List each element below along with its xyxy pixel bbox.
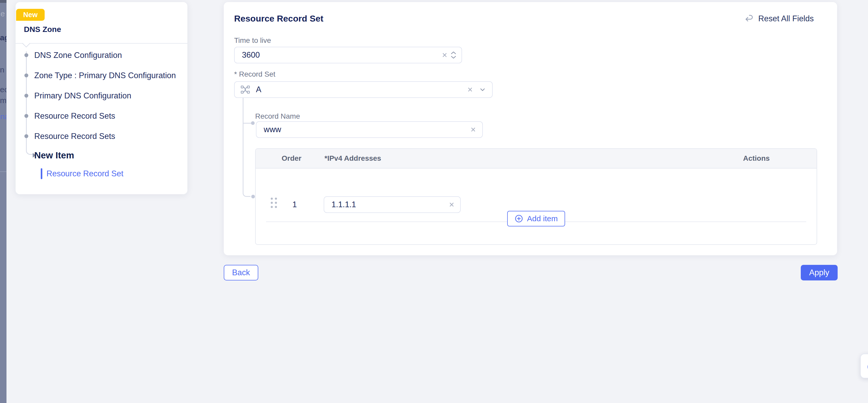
connector-dot <box>251 195 255 198</box>
form-title: Resource Record Set <box>234 13 323 24</box>
sidebar-item-resource-record-sets-1[interactable]: Resource Record Sets <box>34 112 115 121</box>
plus-circle-icon <box>515 214 523 223</box>
reset-all-fields-button[interactable]: Reset All Fields <box>745 14 814 23</box>
sidebar-item-resource-record-sets-2[interactable]: Resource Record Sets <box>34 132 115 141</box>
record-set-value[interactable] <box>250 82 466 97</box>
record-set-chevron-down-icon[interactable] <box>478 86 487 93</box>
record-set-label: * Record Set <box>234 70 275 79</box>
help-circle-icon <box>867 361 868 373</box>
ipv4-clear-icon[interactable] <box>448 201 456 209</box>
record-set-select[interactable] <box>234 81 493 98</box>
background-text-fragment: n l <box>0 65 6 74</box>
new-badge: New <box>16 9 44 21</box>
connector-dot <box>251 121 255 125</box>
connector-line-branch <box>243 123 251 124</box>
ipv4-address-field <box>324 196 461 213</box>
ttl-input[interactable] <box>235 47 441 63</box>
ttl-clear-icon[interactable] <box>441 51 448 59</box>
dimmed-background-page: e ag n l ec m na <box>0 0 6 403</box>
stepper-down-icon[interactable] <box>450 55 457 59</box>
background-text-fragment: e <box>1 9 5 18</box>
sidebar-item-new-item[interactable]: New Item <box>34 150 74 160</box>
ipv4-addresses-table: Order *IPv4 Addresses Actions 1 <box>255 148 817 245</box>
ipv4-address-input[interactable] <box>324 197 448 212</box>
selected-subitem-bar <box>41 168 42 179</box>
background-divider <box>0 172 6 172</box>
ttl-field <box>234 47 462 63</box>
background-text-fragment: m <box>0 96 6 105</box>
screen: e ag n l ec m na New DNS Zone DNS Zone C… <box>0 0 868 403</box>
add-item-button[interactable]: Add item <box>507 211 565 226</box>
resource-record-set-form-card: Resource Record Set Reset All Fields Tim… <box>224 2 837 255</box>
record-name-field <box>256 121 483 138</box>
drag-handle-icon[interactable] <box>271 197 277 208</box>
sidebar-divider-notch <box>22 39 30 47</box>
floating-help-button[interactable] <box>860 354 868 378</box>
record-name-clear-icon[interactable] <box>469 126 477 133</box>
step-bullet <box>24 73 28 78</box>
step-bullet <box>24 134 28 138</box>
back-button[interactable]: Back <box>224 265 258 280</box>
column-header-actions: Actions <box>733 154 780 162</box>
sidebar-title: DNS Zone <box>24 25 61 34</box>
sidebar-subitem-resource-record-set[interactable]: Resource Record Set <box>46 169 123 178</box>
row-order-value: 1 <box>289 200 300 209</box>
step-bullet <box>24 114 28 118</box>
apply-button[interactable]: Apply <box>801 265 838 280</box>
record-set-clear-icon[interactable] <box>466 86 474 93</box>
step-bullet <box>24 94 28 98</box>
background-text-fragment: ag <box>0 33 6 42</box>
stepper-up-icon[interactable] <box>450 51 457 55</box>
record-type-shuffle-icon <box>240 85 250 95</box>
record-name-input[interactable] <box>256 122 469 137</box>
sidebar-item-zone-type[interactable]: Zone Type : Primary DNS Configuration <box>34 71 176 80</box>
sidebar-divider <box>16 43 187 43</box>
add-item-label: Add item <box>527 214 558 223</box>
record-name-label: Record Name <box>255 112 300 121</box>
table-row: 1 <box>256 168 816 202</box>
connector-line-vertical <box>243 98 250 197</box>
background-link-fragment: na <box>0 112 6 121</box>
column-header-ipv4: *IPv4 Addresses <box>324 154 381 162</box>
background-header-band <box>0 0 6 3</box>
background-text-fragment: ec <box>0 85 6 94</box>
undo-arrow-icon <box>745 14 754 23</box>
stepper-timeline <box>26 52 33 155</box>
reset-all-fields-label: Reset All Fields <box>758 14 814 23</box>
sidebar-item-dns-zone-configuration[interactable]: DNS Zone Configuration <box>34 51 122 60</box>
column-header-order: Order <box>282 154 301 162</box>
ttl-stepper <box>450 51 457 59</box>
dns-zone-stepper-panel: New DNS Zone DNS Zone Configuration Zone… <box>16 2 187 194</box>
step-bullet <box>24 53 28 57</box>
table-header-row: Order *IPv4 Addresses Actions <box>256 149 816 168</box>
sidebar-item-primary-dns-configuration[interactable]: Primary DNS Configuration <box>34 91 131 100</box>
ttl-label: Time to live <box>234 36 271 45</box>
